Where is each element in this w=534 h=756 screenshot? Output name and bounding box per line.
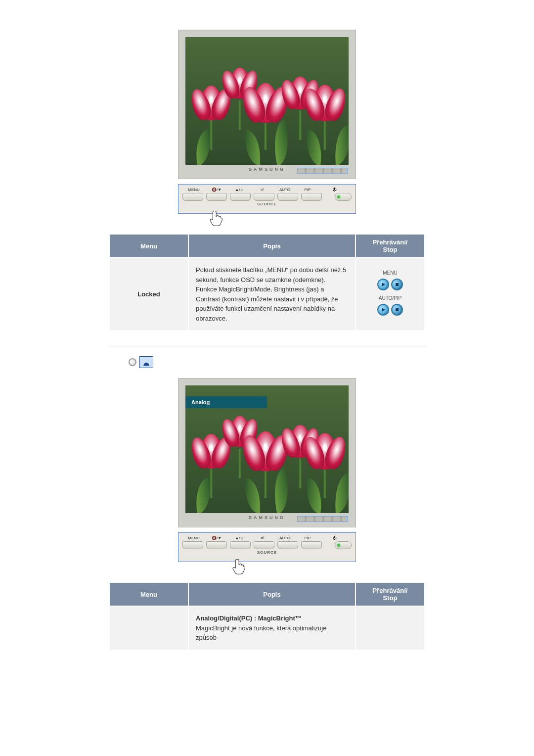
brightness-hardware-button — [230, 193, 251, 201]
pip-button-label: PIP — [296, 536, 319, 540]
menu-hardware-button — [182, 193, 203, 201]
monitor: SAMSUNG MENU 🔇/▼ ▲/☼ ⏎ AUTO PIP ⏻ — [178, 30, 356, 214]
description-table-2: Menu Popis Přehrávání/ Stop Analog/Digit… — [109, 582, 425, 651]
table-header-menu: Menu — [109, 582, 188, 606]
tulip-shape — [200, 434, 222, 498]
play-buttons — [363, 279, 417, 290]
menu-hardware-button — [182, 541, 203, 549]
table-header-menu: Menu — [109, 234, 188, 258]
tulip-shape — [314, 434, 336, 498]
svg-marker-0 — [382, 283, 385, 286]
menu-button-label: MENU — [182, 188, 205, 192]
play-group-label: AUTO/PIP — [363, 294, 417, 302]
hardware-buttons-row — [182, 193, 352, 201]
playback-cell: MENU AUTO/PIP — [356, 258, 425, 331]
monitor: Analog SAMSUNG MENU 🔇/▼ ▲/☼ ⏎ AUTO PIP ⏻ — [178, 378, 356, 562]
description-title: Analog/Digital(PC) : MagicBright™ — [196, 614, 302, 622]
description-table-1: Menu Popis Přehrávání/ Stop Locked Pokud… — [109, 234, 425, 331]
auto-hardware-button — [277, 193, 298, 201]
pointing-hand-icon — [208, 209, 225, 226]
hardware-buttons-row — [182, 541, 352, 549]
power-hardware-button — [335, 193, 352, 201]
stop-button[interactable] — [391, 304, 403, 316]
volume-hardware-button — [206, 193, 227, 201]
play-buttons — [363, 304, 417, 316]
enter-hardware-button — [254, 541, 274, 549]
document-page: SAMSUNG MENU 🔇/▼ ▲/☼ ⏎ AUTO PIP ⏻ — [0, 0, 534, 695]
menu-button-label: MENU — [182, 536, 205, 540]
description-cell: Pokud stisknete tlačítko „MENU“ po dobu … — [188, 258, 356, 331]
play-group-menu: MENU AUTO/PIP — [363, 269, 417, 316]
monitor-bezel: SAMSUNG — [178, 30, 356, 179]
play-button[interactable] — [377, 304, 389, 316]
pointing-hand-icon — [231, 558, 248, 574]
tulip-shape — [255, 434, 276, 498]
auto-button-label: AUTO — [273, 536, 296, 540]
button-labels-row: MENU 🔇/▼ ▲/☼ ⏎ AUTO PIP ⏻ — [182, 536, 352, 540]
table-header-popis: Popis — [188, 582, 356, 606]
power-button-label: ⏻ — [319, 536, 352, 540]
play-group-label: MENU — [363, 269, 417, 277]
monitor-screen: Analog — [185, 385, 349, 513]
menu-name-cell: Locked — [109, 258, 188, 331]
volume-button-label: 🔇/▼ — [205, 188, 228, 192]
section-header-row — [89, 356, 445, 368]
monitor-screen — [185, 37, 349, 165]
monitor-bezel: Analog SAMSUNG — [178, 378, 356, 527]
svg-marker-2 — [382, 308, 385, 312]
source-button-label: SOURCE — [182, 202, 352, 206]
monitor-button-panel: MENU 🔇/▼ ▲/☼ ⏎ AUTO PIP ⏻ S — [178, 184, 356, 214]
table-header-play: Přehrávání/ Stop — [356, 234, 425, 258]
section-divider — [109, 346, 425, 346]
stop-button[interactable] — [391, 279, 403, 290]
description-body: MagicBright je nová funkce, která optima… — [196, 624, 326, 642]
table-row: Locked Pokud stisknete tlačítko „MENU“ p… — [109, 258, 425, 331]
table-header-popis: Popis — [188, 234, 356, 258]
pip-hardware-button — [301, 541, 322, 549]
auto-hardware-button — [277, 541, 298, 549]
power-button-label: ⏻ — [319, 188, 352, 192]
pip-button-label: PIP — [296, 188, 319, 192]
svg-rect-1 — [396, 283, 399, 286]
menu-name-cell — [109, 606, 188, 650]
table-header-play: Přehrávání/ Stop — [356, 582, 425, 606]
enter-button-label: ⏎ — [251, 188, 273, 192]
enter-hardware-button — [254, 193, 274, 201]
brightness-button-label: ▲/☼ — [228, 188, 251, 192]
pip-hardware-button — [301, 193, 322, 201]
monitor-button-panel: MENU 🔇/▼ ▲/☼ ⏎ AUTO PIP ⏻ S — [178, 532, 356, 562]
tulip-shape — [200, 86, 222, 150]
bullet-icon — [129, 358, 136, 366]
table-row: Analog/Digital(PC) : MagicBright™ MagicB… — [109, 606, 425, 650]
playback-cell — [356, 606, 425, 650]
osd-mode-banner: Analog — [185, 396, 267, 408]
monitor-figure-2: Analog SAMSUNG MENU 🔇/▼ ▲/☼ ⏎ AUTO PIP ⏻ — [0, 378, 534, 562]
magicbright-icon — [139, 356, 153, 368]
source-button-label: SOURCE — [182, 550, 352, 555]
tulip-shape — [255, 86, 276, 150]
monitor-figure-1: SAMSUNG MENU 🔇/▼ ▲/☼ ⏎ AUTO PIP ⏻ — [0, 30, 534, 214]
volume-hardware-button — [206, 541, 227, 549]
enter-button-label: ⏎ — [251, 536, 273, 540]
description-cell: Analog/Digital(PC) : MagicBright™ MagicB… — [188, 606, 356, 650]
tulip-shape — [314, 86, 336, 150]
speaker-grille — [297, 168, 348, 174]
brightness-button-label: ▲/☼ — [228, 536, 251, 540]
auto-button-label: AUTO — [273, 188, 296, 192]
speaker-grille — [297, 516, 348, 522]
volume-button-label: 🔇/▼ — [205, 536, 228, 540]
svg-rect-3 — [396, 308, 399, 311]
brightness-hardware-button — [230, 541, 251, 549]
play-button[interactable] — [377, 279, 389, 290]
power-hardware-button — [335, 541, 352, 549]
button-labels-row: MENU 🔇/▼ ▲/☼ ⏎ AUTO PIP ⏻ — [182, 188, 352, 192]
